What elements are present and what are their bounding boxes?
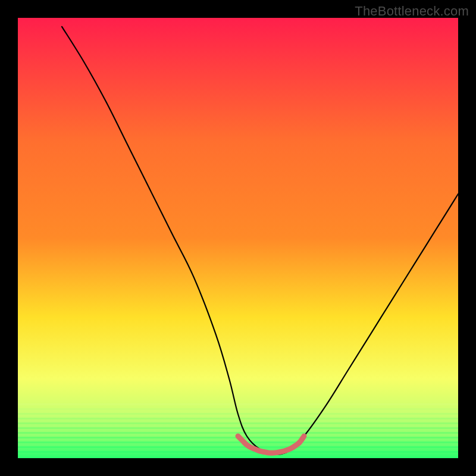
- stripe: [18, 408, 458, 410]
- stripe: [18, 427, 458, 429]
- watermark-text: TheBottleneck.com: [355, 4, 469, 19]
- plot-svg: [18, 18, 458, 458]
- stripe: [18, 446, 458, 448]
- chart-frame: TheBottleneck.com: [0, 0, 476, 476]
- stripe: [18, 422, 458, 424]
- plot-area: [18, 18, 458, 458]
- stripe: [18, 403, 458, 405]
- gradient-background: [18, 18, 458, 458]
- stripe: [18, 451, 458, 453]
- stripe: [18, 418, 458, 419]
- stripe: [18, 441, 458, 443]
